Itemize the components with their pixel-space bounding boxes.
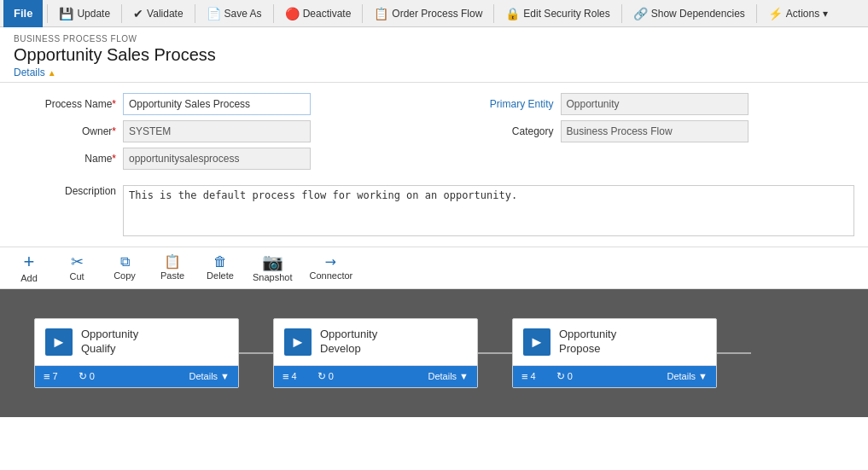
cut-label: Cut — [69, 271, 84, 281]
stage-propose[interactable]: ► OpportunityPropose ≡ 4 ↻ 0 Details ▼ — [512, 318, 717, 388]
stage-develop-footer: ≡ 4 ↻ 0 Details ▼ — [274, 366, 477, 387]
main-toolbar: File 💾 Update ✔ Validate 📄 Save As 🔴 Dea… — [0, 0, 868, 27]
process-name-input[interactable] — [123, 93, 311, 115]
steps-icon: ≡ — [283, 370, 289, 383]
actions-arrow-icon: ▾ — [823, 8, 828, 20]
order-process-flow-icon: 📋 — [374, 7, 388, 20]
delete-label: Delete — [207, 270, 234, 281]
process-name-label: Process Name* — [14, 98, 116, 110]
owner-row: Owner* — [14, 120, 417, 142]
actions-icon: ⚡ — [768, 7, 783, 20]
name-row: Name* — [14, 148, 417, 170]
stage-qualify-steps: ≡ 7 — [44, 370, 58, 383]
stage-propose-name: OpportunityPropose — [559, 328, 616, 357]
paste-label: Paste — [160, 270, 184, 281]
process-canvas: ► OpportunityQualify ≡ 7 ↻ 0 Details ▼ ► — [0, 289, 868, 417]
add-tool[interactable]: + Add — [14, 252, 44, 283]
copy-icon: ⧉ — [120, 255, 130, 269]
owner-label: Owner* — [14, 125, 116, 137]
toolbar-separator-4 — [273, 4, 274, 23]
stage-qualify[interactable]: ► OpportunityQualify ≡ 7 ↻ 0 Details ▼ — [34, 318, 239, 388]
steps-icon: ≡ — [44, 370, 50, 383]
stage-qualify-header: ► OpportunityQualify — [35, 319, 238, 366]
stage-propose-icon: ► — [523, 328, 551, 356]
paste-tool[interactable]: 📋 Paste — [157, 255, 188, 281]
category-row: Category — [451, 120, 855, 142]
validate-icon: ✔ — [133, 7, 143, 20]
connector-label: Connector — [309, 270, 352, 281]
stage-qualify-name: OpportunityQualify — [81, 328, 138, 357]
snapshot-tool[interactable]: 📷 Snapshot — [253, 253, 292, 282]
details-chevron-icon: ▼ — [459, 371, 469, 381]
connector-1 — [239, 352, 273, 354]
edit-security-roles-button[interactable]: 🔒 Edit Security Roles — [498, 2, 616, 26]
description-textarea[interactable]: <script>document.addEventListener('DOMCo… — [123, 185, 854, 236]
details-link[interactable]: Details ▲ — [14, 67, 854, 78]
details-chevron-icon: ▲ — [48, 68, 56, 78]
order-process-flow-button[interactable]: 📋 Order Process Flow — [367, 2, 489, 26]
copy-label: Copy — [114, 270, 136, 281]
toolbar-separator-3 — [195, 4, 195, 23]
form-right-col: Primary Entity Category — [451, 93, 855, 175]
stage-propose-refresh: ↻ 0 — [556, 370, 573, 382]
stage-propose-header: ► OpportunityPropose — [513, 319, 716, 366]
toolbar-separator-1 — [47, 4, 48, 23]
update-icon: 💾 — [59, 7, 73, 20]
delete-icon: 🗑 — [213, 255, 227, 269]
delete-tool[interactable]: 🗑 Delete — [205, 255, 236, 281]
paste-icon: 📋 — [164, 255, 181, 269]
snapshot-icon: 📷 — [262, 253, 283, 270]
toolbar-separator-8 — [756, 4, 757, 23]
page-title: Opportunity Sales Process — [14, 45, 854, 65]
description-label: Description — [14, 182, 116, 197]
stage-propose-footer: ≡ 4 ↻ 0 Details ▼ — [513, 366, 716, 387]
stage-develop-details-btn[interactable]: Details ▼ — [428, 371, 469, 381]
form-section: Process Name* Owner* Name* Primary Entit… — [0, 83, 868, 247]
actions-button[interactable]: ⚡ Actions ▾ — [761, 2, 835, 26]
cut-tool[interactable]: ✂ Cut — [61, 254, 92, 281]
description-row: Description <script>document.addEventLis… — [14, 182, 854, 236]
stage-develop-refresh: ↻ 0 — [317, 370, 334, 382]
cut-icon: ✂ — [71, 254, 84, 270]
snapshot-label: Snapshot — [253, 272, 292, 282]
deactivate-icon: 🔴 — [285, 7, 300, 20]
refresh-icon: ↻ — [556, 370, 565, 382]
process-toolbar: + Add ✂ Cut ⧉ Copy 📋 Paste 🗑 Delete 📷 Sn… — [0, 247, 868, 289]
show-dependencies-button[interactable]: 🔗 Show Dependencies — [626, 2, 752, 26]
stage-propose-steps: ≡ 4 — [521, 370, 536, 383]
connector-icon: ↗ — [323, 253, 341, 271]
primary-entity-input — [561, 93, 749, 115]
toolbar-separator-6 — [493, 4, 494, 23]
copy-tool[interactable]: ⧉ Copy — [109, 255, 140, 281]
add-label: Add — [20, 273, 38, 283]
stage-propose-details-btn[interactable]: Details ▼ — [667, 371, 708, 381]
stage-qualify-refresh: ↻ 0 — [79, 370, 95, 382]
deactivate-button[interactable]: 🔴 Deactivate — [278, 2, 358, 26]
toolbar-separator-5 — [362, 4, 363, 23]
connector-tool[interactable]: ↗ Connector — [309, 255, 352, 281]
name-label: Name* — [14, 153, 116, 165]
save-as-icon: 📄 — [207, 7, 221, 20]
edit-security-roles-icon: 🔒 — [505, 7, 520, 20]
show-dependencies-icon: 🔗 — [633, 7, 648, 20]
category-label: Category — [451, 125, 554, 137]
stage-develop-header: ► OpportunityDevelop — [274, 319, 477, 366]
file-button[interactable]: File — [3, 0, 43, 27]
details-chevron-icon: ▼ — [698, 371, 708, 381]
breadcrumb: BUSINESS PROCESS FLOW — [14, 34, 854, 44]
owner-input[interactable] — [123, 120, 311, 142]
connector-3 — [717, 352, 751, 354]
toolbar-separator-7 — [621, 4, 622, 23]
connector-2 — [478, 352, 512, 354]
stage-develop-steps: ≡ 4 — [283, 370, 297, 383]
primary-entity-label: Primary Entity — [451, 98, 554, 110]
toolbar-separator-2 — [121, 4, 122, 23]
stage-qualify-details-btn[interactable]: Details ▼ — [189, 371, 230, 381]
validate-button[interactable]: ✔ Validate — [126, 2, 189, 26]
stage-develop-name: OpportunityDevelop — [320, 328, 377, 357]
save-as-button[interactable]: 📄 Save As — [200, 2, 269, 26]
stage-develop[interactable]: ► OpportunityDevelop ≡ 4 ↻ 0 Details ▼ — [273, 318, 478, 388]
name-input[interactable] — [123, 148, 311, 170]
form-left-col: Process Name* Owner* Name* — [14, 93, 417, 175]
update-button[interactable]: 💾 Update — [52, 2, 117, 26]
